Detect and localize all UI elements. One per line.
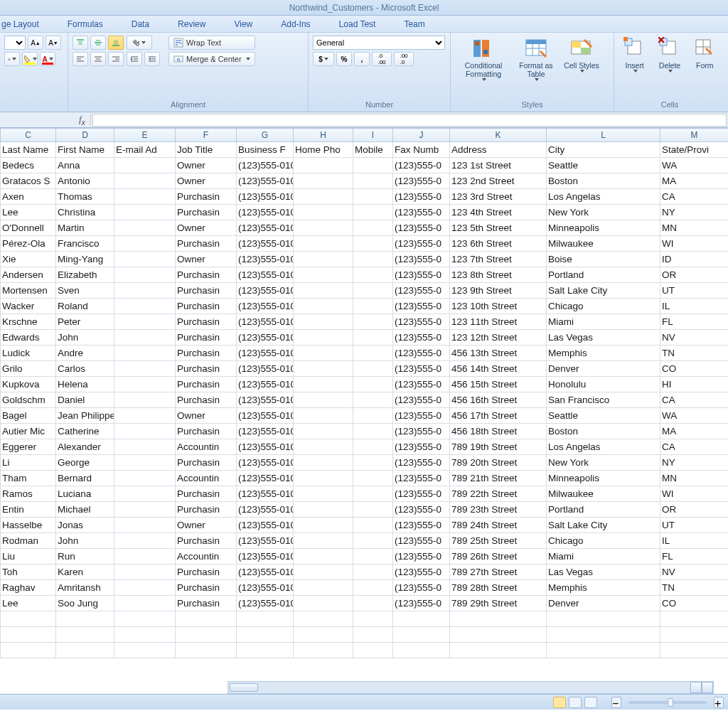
cell[interactable] (353, 330, 393, 346)
cell[interactable] (237, 643, 294, 658)
cell[interactable]: Jonas (56, 518, 114, 533)
cell[interactable]: TN (660, 580, 729, 596)
cell[interactable]: (123)555-0 (393, 189, 450, 205)
cell[interactable] (294, 205, 353, 220)
cell[interactable]: Owner (176, 158, 237, 173)
cell[interactable]: (123)555-0100 (237, 424, 294, 439)
cell[interactable]: Lee (1, 596, 56, 611)
cell[interactable]: Antonio (56, 173, 114, 189)
cell[interactable]: MN (660, 220, 729, 236)
cell[interactable] (114, 471, 176, 486)
cell[interactable]: Peter (56, 314, 114, 330)
cell[interactable]: Daniel (56, 392, 114, 408)
cell[interactable] (114, 173, 176, 189)
merge-center-button[interactable]: a Merge & Center (168, 52, 255, 66)
cell[interactable] (353, 361, 393, 377)
normal-view-icon[interactable] (553, 697, 566, 708)
cell[interactable]: (123)555-0100 (237, 486, 294, 502)
cell[interactable]: Purchasin (176, 486, 237, 502)
cell[interactable]: CA (660, 439, 729, 455)
cell[interactable] (353, 377, 393, 392)
cell[interactable]: (123)555-0100 (237, 596, 294, 611)
cell[interactable] (353, 189, 393, 205)
cell[interactable]: (123)555-0 (393, 424, 450, 439)
cell[interactable]: Boston (547, 424, 660, 439)
cell[interactable] (114, 424, 176, 439)
cell[interactable]: NY (660, 455, 729, 471)
cell[interactable] (1, 643, 56, 658)
cell[interactable]: Gratacos S (1, 173, 56, 189)
tab-page-layout[interactable]: ge Layout (0, 17, 41, 31)
decrease-font-icon[interactable]: A▼ (46, 36, 61, 50)
cell[interactable] (114, 611, 176, 627)
cell[interactable] (353, 252, 393, 267)
cell[interactable]: (123)555-0100 (237, 377, 294, 392)
cell[interactable]: Purchasin (176, 392, 237, 408)
cell[interactable]: IL (660, 299, 729, 314)
cell[interactable]: Portland (547, 267, 660, 283)
cell[interactable]: Martin (56, 220, 114, 236)
cell[interactable]: 789 22th Street (450, 486, 547, 502)
cell[interactable]: 456 13th Street (450, 346, 547, 361)
field-header-cell[interactable]: Address (450, 142, 547, 158)
cell[interactable] (294, 502, 353, 518)
column-header[interactable]: G (237, 129, 294, 142)
cell[interactable] (353, 471, 393, 486)
cell[interactable]: NV (660, 330, 729, 346)
field-header-cell[interactable]: City (547, 142, 660, 158)
column-header[interactable]: L (547, 129, 660, 142)
cell[interactable] (353, 205, 393, 220)
column-header[interactable]: D (56, 129, 114, 142)
align-middle-icon[interactable] (90, 36, 106, 50)
cell[interactable]: (123)555-0100 (237, 283, 294, 299)
cell[interactable] (114, 455, 176, 471)
cell[interactable]: Salt Lake City (547, 518, 660, 533)
border-icon[interactable]: ▫ (4, 52, 20, 66)
cell[interactable]: WA (660, 158, 729, 173)
column-header[interactable]: H (294, 129, 353, 142)
cell[interactable]: MA (660, 424, 729, 439)
cell[interactable]: (123)555-0100 (237, 236, 294, 252)
cell[interactable]: Roland (56, 299, 114, 314)
cell[interactable] (353, 424, 393, 439)
cell[interactable]: FL (660, 549, 729, 564)
cell[interactable] (353, 314, 393, 330)
cell[interactable]: (123)555-0 (393, 205, 450, 220)
cell[interactable]: Bedecs (1, 158, 56, 173)
cell[interactable]: NV (660, 564, 729, 580)
cell[interactable] (294, 267, 353, 283)
cell[interactable]: Boston (547, 173, 660, 189)
cell[interactable]: Purchasin (176, 596, 237, 611)
cell[interactable] (353, 611, 393, 627)
cell[interactable]: 456 15th Street (450, 377, 547, 392)
cell[interactable] (294, 173, 353, 189)
cell[interactable]: Tham (1, 471, 56, 486)
cell[interactable]: New York (547, 455, 660, 471)
cell[interactable]: (123)555-0100 (237, 564, 294, 580)
field-header-cell[interactable]: Mobile (353, 142, 393, 158)
cell[interactable] (56, 643, 114, 658)
cell[interactable] (294, 361, 353, 377)
cell[interactable]: Las Vegas (547, 330, 660, 346)
cell[interactable]: Krschne (1, 314, 56, 330)
cell[interactable]: (123)555-0100 (237, 205, 294, 220)
format-button[interactable]: Form (689, 36, 721, 71)
cell[interactable] (294, 392, 353, 408)
cell[interactable] (114, 486, 176, 502)
cell[interactable] (294, 283, 353, 299)
cell[interactable]: Bernard (56, 471, 114, 486)
cell[interactable]: (123)555-0100 (237, 252, 294, 267)
cell[interactable]: (123)555-0 (393, 533, 450, 549)
cell[interactable]: Owner (176, 173, 237, 189)
cell[interactable]: Denver (547, 361, 660, 377)
cell[interactable] (114, 392, 176, 408)
cell[interactable]: (123)555-0100 (237, 502, 294, 518)
cell[interactable] (353, 220, 393, 236)
cell[interactable]: UT (660, 518, 729, 533)
insert-button[interactable]: Insert (619, 36, 651, 74)
cell[interactable]: Soo Jung (56, 596, 114, 611)
cell[interactable] (294, 408, 353, 424)
cell[interactable]: (123)555-0 (393, 330, 450, 346)
cell[interactable]: (123)555-0 (393, 502, 450, 518)
cell[interactable]: Michael (56, 502, 114, 518)
